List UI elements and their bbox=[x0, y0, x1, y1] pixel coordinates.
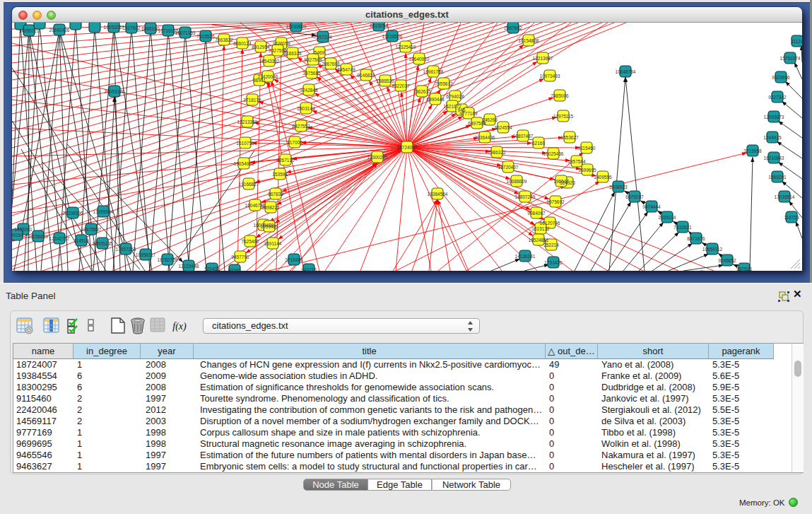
svg-text:15751074: 15751074 bbox=[780, 56, 801, 61]
svg-text:1691144: 1691144 bbox=[264, 241, 282, 246]
svg-text:17359934: 17359934 bbox=[93, 209, 114, 214]
svg-text:3498222: 3498222 bbox=[261, 205, 280, 210]
svg-text:18807249: 18807249 bbox=[515, 194, 536, 199]
svg-text:1435061: 1435061 bbox=[14, 227, 33, 232]
svg-text:867833: 867833 bbox=[268, 192, 283, 197]
svg-text:1569291: 1569291 bbox=[768, 175, 787, 180]
svg-text:39154: 39154 bbox=[12, 233, 23, 238]
svg-text:1615132: 1615132 bbox=[531, 226, 550, 231]
svg-text:1244415: 1244415 bbox=[763, 135, 782, 140]
svg-text:17016514: 17016514 bbox=[775, 194, 795, 199]
svg-text:9115460: 9115460 bbox=[578, 146, 596, 151]
svg-text:9699695: 9699695 bbox=[578, 168, 596, 173]
svg-text:1957564: 1957564 bbox=[567, 159, 586, 164]
svg-text:6497568: 6497568 bbox=[468, 121, 486, 126]
svg-text:9227342: 9227342 bbox=[768, 95, 787, 100]
svg-text:8813054: 8813054 bbox=[370, 23, 388, 28]
svg-text:9474444: 9474444 bbox=[642, 204, 661, 209]
svg-text:7955812: 7955812 bbox=[435, 81, 453, 86]
svg-text:87231: 87231 bbox=[228, 268, 241, 271]
svg-text:8186328: 8186328 bbox=[283, 51, 302, 56]
svg-text:10025436: 10025436 bbox=[543, 151, 564, 156]
svg-text:5469: 5469 bbox=[314, 50, 325, 55]
svg-text:19384554: 19384554 bbox=[428, 192, 448, 197]
svg-text:1553627: 1553627 bbox=[560, 135, 579, 140]
svg-text:11156829: 11156829 bbox=[28, 234, 48, 239]
svg-text:19654983: 19654983 bbox=[234, 161, 254, 166]
svg-text:18724007: 18724007 bbox=[397, 145, 418, 150]
svg-text:6879197: 6879197 bbox=[625, 194, 644, 199]
svg-text:3215958: 3215958 bbox=[743, 148, 762, 153]
svg-text:2867608: 2867608 bbox=[322, 62, 340, 66]
svg-text:7986322: 7986322 bbox=[488, 150, 506, 155]
svg-text:1588520: 1588520 bbox=[376, 78, 394, 83]
svg-text:2935114: 2935114 bbox=[659, 215, 676, 220]
svg-text:16782759: 16782759 bbox=[158, 257, 178, 262]
svg-text:10653267: 10653267 bbox=[104, 25, 124, 30]
svg-text:12975115: 12975115 bbox=[553, 114, 574, 119]
svg-text:1733426: 1733426 bbox=[544, 260, 563, 265]
svg-text:14055721: 14055721 bbox=[19, 28, 40, 33]
svg-text:15720407: 15720407 bbox=[498, 165, 519, 170]
svg-text:1362615: 1362615 bbox=[413, 89, 431, 94]
svg-text:14136141: 14136141 bbox=[515, 254, 536, 259]
svg-text:9242848: 9242848 bbox=[300, 88, 318, 93]
svg-text:7632621: 7632621 bbox=[673, 225, 692, 230]
svg-text:252214: 252214 bbox=[543, 243, 559, 247]
svg-text:9777169: 9777169 bbox=[459, 111, 478, 116]
svg-text:7357224: 7357224 bbox=[314, 35, 332, 40]
svg-text:12213987: 12213987 bbox=[533, 56, 553, 61]
svg-text:8427552: 8427552 bbox=[292, 124, 310, 129]
svg-text:7625402: 7625402 bbox=[241, 239, 259, 244]
svg-text:2718176: 2718176 bbox=[243, 98, 261, 103]
svg-text:1975692: 1975692 bbox=[546, 199, 565, 204]
svg-text:f(x): f(x) bbox=[172, 321, 187, 332]
svg-text:20364436: 20364436 bbox=[475, 135, 495, 140]
svg-text:5938923: 5938923 bbox=[609, 185, 628, 189]
svg-text:23420046: 23420046 bbox=[258, 74, 278, 79]
svg-text:7663822: 7663822 bbox=[215, 37, 233, 42]
svg-text:11124: 11124 bbox=[791, 39, 802, 44]
svg-text:16543362: 16543362 bbox=[259, 59, 280, 64]
svg-text:317006: 317006 bbox=[287, 140, 302, 145]
svg-text:1099489: 1099489 bbox=[260, 224, 278, 229]
svg-text:19218506: 19218506 bbox=[382, 34, 403, 39]
svg-text:8990448: 8990448 bbox=[426, 97, 445, 102]
svg-text:16210643: 16210643 bbox=[764, 156, 784, 160]
svg-text:8471676: 8471676 bbox=[687, 236, 705, 241]
svg-text:12342757: 12342757 bbox=[49, 236, 70, 241]
svg-text:8454749: 8454749 bbox=[337, 67, 355, 72]
svg-text:9329966: 9329966 bbox=[772, 75, 790, 80]
svg-text:3624554: 3624554 bbox=[494, 125, 512, 130]
svg-text:6466160: 6466160 bbox=[141, 26, 160, 31]
svg-text:12325419: 12325419 bbox=[396, 45, 416, 49]
svg-text:18300295: 18300295 bbox=[367, 155, 388, 160]
svg-text:3267130: 3267130 bbox=[276, 158, 295, 163]
svg-text:10973493: 10973493 bbox=[540, 74, 560, 78]
svg-text:3226058: 3226058 bbox=[272, 41, 290, 46]
svg-text:16961758: 16961758 bbox=[423, 69, 444, 74]
svg-text:957533: 957533 bbox=[736, 267, 752, 271]
svg-text:10807487: 10807487 bbox=[513, 134, 534, 139]
svg-text:20053346: 20053346 bbox=[105, 89, 125, 94]
svg-text:19166827: 19166827 bbox=[239, 182, 259, 187]
svg-text:114519: 114519 bbox=[73, 238, 89, 243]
svg-text:9146821: 9146821 bbox=[357, 73, 375, 78]
svg-text:8322037: 8322037 bbox=[392, 83, 410, 88]
svg-text:2887682: 2887682 bbox=[504, 25, 522, 30]
svg-text:10648784: 10648784 bbox=[616, 69, 636, 74]
svg-text:153594: 153594 bbox=[272, 172, 288, 177]
svg-text:12093873: 12093873 bbox=[764, 115, 784, 119]
svg-text:10688609: 10688609 bbox=[507, 179, 527, 184]
svg-text:9245652: 9245652 bbox=[718, 258, 736, 263]
svg-text:18640910: 18640910 bbox=[409, 57, 430, 62]
svg-text:196547: 196547 bbox=[553, 179, 569, 184]
svg-text:3875685: 3875685 bbox=[302, 71, 321, 76]
svg-text:12505135: 12505135 bbox=[93, 241, 113, 246]
svg-text:1527602: 1527602 bbox=[122, 25, 141, 30]
svg-text:520431: 520431 bbox=[204, 267, 220, 271]
svg-text:12213389: 12213389 bbox=[237, 119, 258, 124]
svg-text:9084067: 9084067 bbox=[527, 211, 546, 216]
svg-text:9327508: 9327508 bbox=[304, 57, 322, 62]
svg-text:10654112: 10654112 bbox=[702, 247, 723, 252]
